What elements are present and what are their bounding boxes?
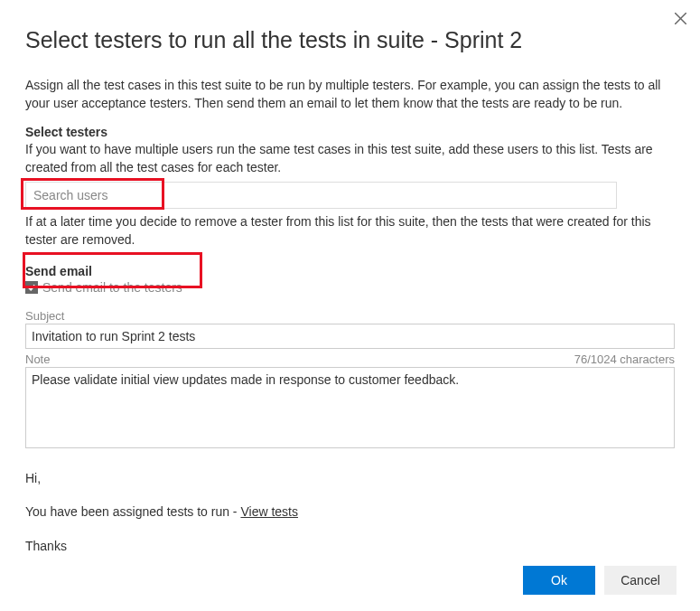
send-email-heading: Send email	[25, 264, 675, 278]
preview-signoff: Thanks	[25, 538, 675, 556]
subject-input[interactable]	[25, 324, 675, 349]
select-testers-section: Select testers If you want to have multi…	[25, 125, 675, 263]
select-testers-heading: Select testers	[25, 125, 675, 139]
note-char-count: 76/1024 characters	[574, 352, 675, 366]
dialog-footer: Ok Cancel	[523, 566, 677, 595]
dialog-intro: Assign all the test cases in this test s…	[25, 77, 675, 112]
check-icon	[27, 283, 36, 292]
subject-label: Subject	[25, 309, 675, 323]
ok-button[interactable]: Ok	[523, 566, 595, 595]
send-email-checkbox-label: Send email to the testers	[42, 280, 182, 295]
send-email-checkbox[interactable]	[25, 281, 38, 294]
search-users-input[interactable]	[25, 182, 617, 209]
select-testers-dialog: Select testers to run all the tests in s…	[0, 0, 700, 611]
note-textarea[interactable]	[25, 367, 675, 448]
email-preview: Hi, You have been assigned tests to run …	[25, 470, 675, 572]
send-email-section: Send email Send email to the testers	[25, 264, 675, 295]
preview-greeting: Hi,	[25, 470, 675, 488]
preview-body: You have been assigned tests to run - Vi…	[25, 503, 675, 522]
cancel-button[interactable]: Cancel	[604, 566, 677, 595]
select-testers-remove-note: If at a later time you decide to remove …	[25, 213, 675, 249]
close-icon	[675, 13, 686, 24]
preview-line1-prefix: You have been assigned tests to run -	[25, 504, 240, 519]
select-testers-helper: If you want to have multiple users run t…	[25, 141, 675, 176]
dialog-title: Select testers to run all the tests in s…	[25, 27, 675, 53]
note-label: Note	[25, 352, 50, 366]
view-tests-link[interactable]: View tests	[240, 504, 298, 519]
close-button[interactable]	[669, 7, 691, 29]
